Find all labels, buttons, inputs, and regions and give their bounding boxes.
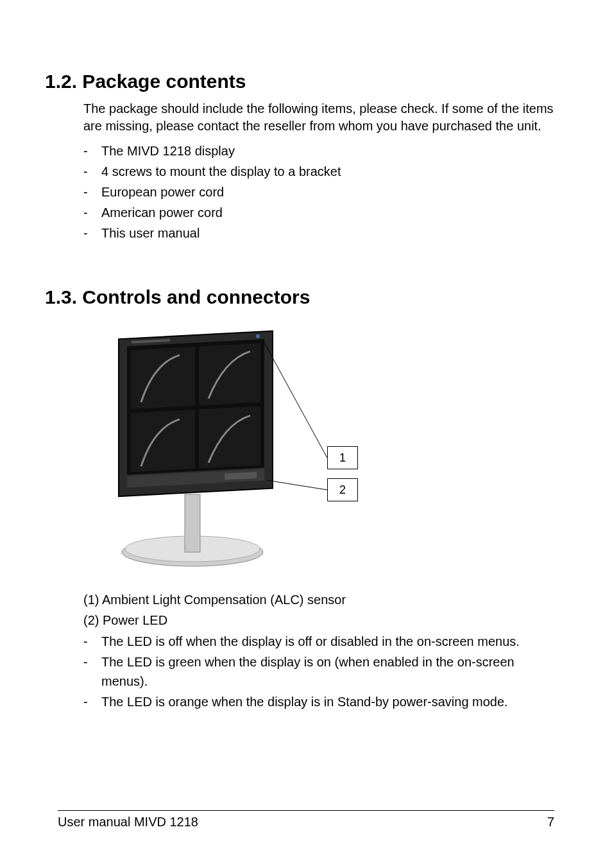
dash-icon: - xyxy=(83,632,101,651)
list-item-text: American power cord xyxy=(101,203,554,222)
list-item: - The MIVD 1218 display xyxy=(83,141,554,161)
list-item: - 4 screws to mount the display to a bra… xyxy=(83,162,554,181)
page-number: 7 xyxy=(547,815,554,829)
section-1-2-intro: The package should include the following… xyxy=(83,100,554,135)
dash-icon: - xyxy=(83,182,101,202)
list-item: - The LED is off when the display is off… xyxy=(83,632,554,651)
callout-lines-icon xyxy=(96,327,366,571)
svg-line-14 xyxy=(267,480,327,490)
page-footer: User manual MIVD 1218 7 xyxy=(58,810,554,829)
callout-label-2: 2 xyxy=(327,478,358,501)
numbered-item-1: (1) Ambient Light Compensation (ALC) sen… xyxy=(83,591,554,609)
svg-line-13 xyxy=(263,340,327,458)
list-item: - American power cord xyxy=(83,203,554,222)
list-item: - The LED is green when the display is o… xyxy=(83,652,554,691)
list-item: - European power cord xyxy=(83,182,554,202)
dash-icon: - xyxy=(83,203,101,222)
list-item-text: The LED is off when the display is off o… xyxy=(101,632,554,651)
dash-icon: - xyxy=(83,141,101,161)
callout-label-1: 1 xyxy=(327,446,358,469)
list-item-text: The MIVD 1218 display xyxy=(101,141,554,161)
list-item: - This user manual xyxy=(83,223,554,243)
dash-icon: - xyxy=(83,692,101,711)
monitor-figure: 1 2 xyxy=(96,327,366,571)
list-item-text: This user manual xyxy=(101,223,554,243)
led-description-list: - The LED is off when the display is off… xyxy=(83,632,554,711)
list-item-text: European power cord xyxy=(101,182,554,202)
dash-icon: - xyxy=(83,162,101,181)
list-item-text: The LED is orange when the display is in… xyxy=(101,692,554,711)
list-item-text: The LED is green when the display is on … xyxy=(101,652,554,691)
dash-icon: - xyxy=(83,652,101,691)
numbered-item-2: (2) Power LED xyxy=(83,611,554,629)
dash-icon: - xyxy=(83,223,101,243)
package-contents-list: - The MIVD 1218 display - 4 screws to mo… xyxy=(83,141,554,243)
list-item: - The LED is orange when the display is … xyxy=(83,692,554,711)
footer-left-text: User manual MIVD 1218 xyxy=(58,815,198,829)
section-heading-1-2: 1.2. Package contents xyxy=(45,71,554,92)
list-item-text: 4 screws to mount the display to a brack… xyxy=(101,162,554,181)
section-heading-1-3: 1.3. Controls and connectors xyxy=(45,286,554,308)
